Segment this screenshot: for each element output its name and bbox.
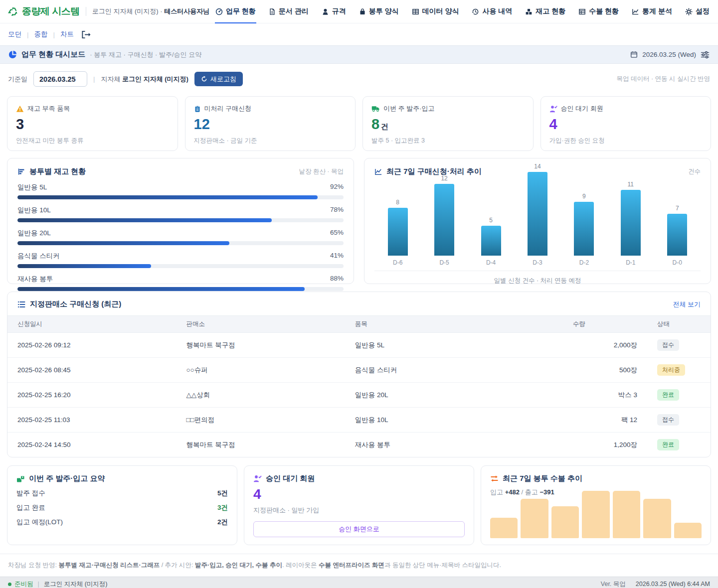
green-boxes-icon (16, 475, 25, 483)
nav-item-work-status[interactable]: 업무 현황 (215, 0, 256, 23)
kpi-sub: 가입·권한 승인 요청 (549, 137, 703, 145)
titlebar-date: 2026.03.25 (Wed) (642, 51, 696, 58)
bar-value-label: 5 (489, 217, 493, 224)
flow-bar (521, 499, 548, 538)
chart-column: 7D-0 (655, 205, 700, 271)
nav-label: 설정 (696, 7, 710, 16)
inventory-pct: 88% (330, 275, 344, 284)
status-badge: 접수 (657, 414, 679, 426)
table-header-row: 신청일시 판매소 품목 수량 상태 (7, 316, 711, 333)
app-title: 종량제 시스템 (22, 5, 80, 18)
base-date-label: 기준일 (8, 75, 27, 84)
x-axis-label: D-6 (393, 259, 402, 266)
chart-column: 11D-1 (608, 181, 653, 271)
status-badge: 완료 (657, 439, 679, 450)
flow-mini-bars (490, 491, 702, 538)
inventory-row: 일반용 10L78% (17, 206, 344, 222)
bar-value-label: 7 (676, 205, 679, 212)
flow-bar (643, 499, 671, 538)
chart-caption: 일별 신청 건수 · 처리 연동 예정 (374, 277, 701, 285)
nav-item-ledger[interactable]: 수불 현황 (578, 0, 619, 23)
chart-bar (528, 172, 547, 256)
kpi-card-pending-members: 승인 대기 회원 4 가입·권한 승인 요청 (540, 96, 712, 151)
chart-column: 12D-5 (422, 175, 467, 271)
base-date-input[interactable] (33, 71, 87, 87)
view-all-link[interactable]: 전체 보기 (673, 300, 701, 309)
chart-bar (574, 202, 594, 256)
pie-chart-icon (8, 50, 17, 59)
view-link-chart[interactable]: 차트 (60, 30, 74, 39)
warning-icon (16, 105, 24, 113)
page-title: 업무 현황 대시보드 (21, 50, 85, 59)
person-check-icon (253, 475, 262, 482)
inventory-pct: 65% (330, 229, 344, 238)
view-link-combined[interactable]: 종합 (34, 30, 48, 39)
nav-item-usage-history[interactable]: 사용 내역 (471, 0, 513, 23)
login-muni: 로그인 지자체 (미지정) · (92, 7, 164, 15)
recycle-icon (7, 6, 18, 17)
go-approval-button[interactable]: 승인 화면으로 (253, 521, 465, 537)
nav-item-settings[interactable]: 설정 (685, 0, 710, 23)
trend-line-icon (374, 168, 382, 175)
main-nav: 업무 현황 문서 관리 규격 봉투 양식 데이터 양식 사용 내역 재고 현황 (215, 0, 710, 23)
nav-item-stock-status[interactable]: 재고 현황 (525, 0, 566, 23)
approval-count: 4 (253, 487, 465, 501)
flow-bar (551, 506, 579, 538)
logout-icon[interactable] (81, 30, 91, 39)
kpi-sub: 지정판매소 · 금일 기준 (194, 137, 347, 145)
nav-item-specs[interactable]: 규격 (321, 0, 347, 23)
statusbar-muni: 로그인 지자체 (미지정) (44, 580, 108, 588)
bag-icon (359, 8, 366, 15)
app-logo: 종량제 시스템 (7, 5, 80, 18)
grid-icon (412, 8, 419, 15)
chart-bar (434, 184, 454, 256)
purchase-request-table: 신청일시 판매소 품목 수량 상태 2025-02-26 09:12행복마트 북… (7, 315, 711, 457)
refresh-button[interactable]: 새로고침 (194, 72, 243, 86)
chart-column: 5D-4 (469, 217, 514, 271)
nav-label: 수불 현황 (589, 7, 619, 16)
table-row[interactable]: 2025-02-26 08:45○○슈퍼음식물 스티커500장처리중 (7, 358, 711, 383)
municipality-label: 지자체 로그인 지자체 (미지정) (101, 75, 188, 84)
nav-label: 재고 현황 (536, 7, 565, 16)
bar-chart: 8D-6 12D-5 5D-4 14D-3 9D-2 11D-1 7D-0 (374, 178, 701, 271)
nav-label: 업무 현황 (226, 7, 256, 16)
inventory-label: 일반용 20L (17, 229, 51, 238)
inventory-title: 봉투별 재고 현황 (29, 167, 86, 176)
top-bar: 종량제 시스템 로그인 지자체 (미지정) · 테스터사용자님 업무 현황 문서… (0, 0, 718, 23)
sliders-icon[interactable] (701, 51, 710, 59)
col-header-date: 신청일시 (7, 316, 176, 333)
kpi-row: 재고 부족 품목 3 안전재고 미만 봉투 종류 미처리 구매신청 12 지정판… (0, 92, 718, 151)
chart-bar (388, 208, 408, 256)
chart-bar (667, 214, 687, 256)
nav-item-envelope-forms[interactable]: 봉투 양식 (359, 0, 399, 23)
flow-bar (674, 523, 702, 538)
trend-chart-unit: 건수 (688, 167, 701, 176)
inventory-bar (17, 264, 151, 268)
table-row[interactable]: 2025-02-24 14:50행복마트 북구점재사용 봉투1,200장완료 (7, 433, 711, 457)
request-footnote: 차장님 요청 반영: 봉투별 재고·구매신청 리스트·그래프 / 추가 시안: … (0, 554, 718, 577)
table-row[interactable]: 2025-02-26 09:12행복마트 북구점일반용 5L2,000장접수 (7, 333, 711, 358)
view-link-modern[interactable]: 모던 (8, 30, 21, 39)
login-user: 테스터사용자님 (164, 7, 209, 15)
x-axis-label: D-1 (626, 259, 635, 266)
nav-item-documents[interactable]: 문서 관리 (268, 0, 309, 23)
table-row[interactable]: 2025-02-25 16:20△△상회일반용 20L박스 3완료 (7, 383, 711, 408)
status-dot-icon (8, 583, 11, 586)
nav-label: 데이터 양식 (422, 7, 459, 16)
purchase-request-table-card: 지정판매소 구매신청 (최근) 전체 보기 신청일시 판매소 품목 수량 상태 … (7, 292, 711, 457)
chart-bar (621, 190, 641, 256)
x-axis-label: D-3 (533, 259, 542, 266)
table-title: 지정판매소 구매신청 (최근) (30, 299, 121, 309)
kpi-value: 4 (549, 117, 703, 133)
nav-label: 통계 분석 (642, 7, 672, 16)
nav-item-statistics[interactable]: 통계 분석 (631, 0, 673, 23)
summary-row: 입고 완료3건 (16, 503, 228, 512)
chart-column: 8D-6 (375, 199, 420, 271)
table-row[interactable]: 2025-02-25 11:03□□편의점일반용 10L팩 12접수 (7, 408, 711, 433)
nav-item-data-forms[interactable]: 데이터 양식 (411, 0, 460, 23)
kpi-title: 재고 부족 품목 (27, 104, 70, 113)
statusbar-time: 2026.03.25 (Wed) 6:44 AM (636, 581, 710, 588)
divider: | (27, 31, 29, 38)
bottom-card-row: 이번 주 발주·입고 요약 발주 접수5건 입고 완료3건 입고 예정(LOT)… (0, 457, 718, 545)
inventory-pct: 92% (330, 183, 344, 192)
